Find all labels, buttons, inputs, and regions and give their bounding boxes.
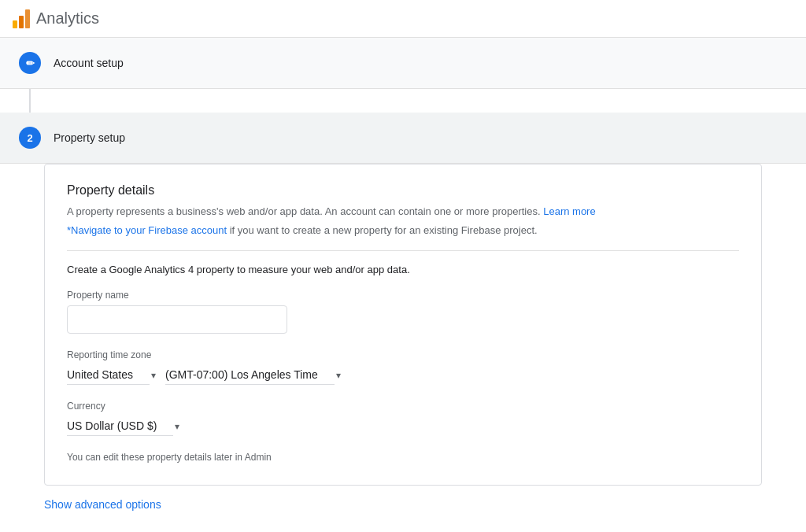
step-2-row: 2 Property setup xyxy=(0,113,806,164)
country-select[interactable]: United States xyxy=(67,365,150,385)
app-title: Analytics xyxy=(36,9,99,28)
currency-label: Currency xyxy=(67,401,739,412)
currency-group: Currency US Dollar (USD $) xyxy=(67,401,739,436)
currency-dropdown-wrapper[interactable]: US Dollar (USD $) xyxy=(67,416,179,436)
step-1-check-icon: ✏ xyxy=(26,57,35,69)
analytics-logo-icon xyxy=(13,9,30,28)
buttons-section: Next Previous xyxy=(0,523,806,532)
property-card: Property details A property represents a… xyxy=(44,164,762,486)
property-name-label: Property name xyxy=(67,290,739,301)
country-dropdown-wrapper[interactable]: United States xyxy=(67,365,156,385)
card-description-1: A property represents a business's web a… xyxy=(67,204,739,220)
property-details-section: Property details A property represents a… xyxy=(0,164,806,486)
card-title: Property details xyxy=(67,183,739,198)
property-name-input[interactable] xyxy=(67,305,287,334)
property-name-group: Property name xyxy=(67,290,739,334)
step-1-circle: ✏ xyxy=(19,52,41,74)
create-label: Create a Google Analytics 4 property to … xyxy=(67,264,739,275)
step-connector-1 xyxy=(29,89,31,113)
edit-note: You can edit these property details late… xyxy=(67,452,739,463)
advanced-options-section: Show advanced options xyxy=(0,486,806,523)
step-2-circle: 2 xyxy=(19,127,41,149)
show-advanced-options-button[interactable]: Show advanced options xyxy=(44,498,161,511)
bar-icon-3 xyxy=(25,9,30,28)
bar-icon-2 xyxy=(19,16,24,28)
app-header: Analytics xyxy=(0,0,806,38)
learn-more-link[interactable]: Learn more xyxy=(543,205,595,217)
step-1-label: Account setup xyxy=(54,57,124,69)
card-description-2: *Navigate to your Firebase account if yo… xyxy=(67,223,739,238)
timezone-group: Reporting time zone United States (GMT-0… xyxy=(67,349,739,385)
step-1-row: ✏ Account setup xyxy=(0,38,806,89)
card-divider xyxy=(67,250,739,251)
bar-icon-1 xyxy=(13,20,17,28)
timezone-dropdown-wrapper[interactable]: (GMT-07:00) Los Angeles Time xyxy=(165,365,341,385)
logo-container: Analytics xyxy=(13,9,99,28)
timezone-select[interactable]: (GMT-07:00) Los Angeles Time xyxy=(165,365,335,385)
main-content: ✏ Account setup 2 Property setup Propert… xyxy=(0,38,806,532)
timezone-label: Reporting time zone xyxy=(67,349,739,360)
step-2-number: 2 xyxy=(27,132,32,144)
step-2-label: Property setup xyxy=(54,131,125,144)
currency-select[interactable]: US Dollar (USD $) xyxy=(67,416,173,436)
firebase-link[interactable]: *Navigate to your Firebase account xyxy=(67,224,227,236)
timezone-dropdown-row: United States (GMT-07:00) Los Angeles Ti… xyxy=(67,365,739,385)
